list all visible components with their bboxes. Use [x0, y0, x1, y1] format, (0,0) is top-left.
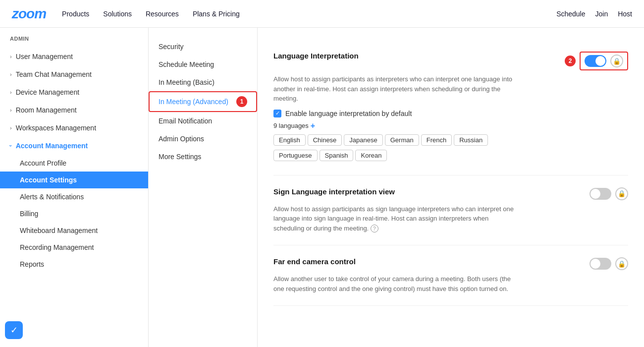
sidebar-item-device-management[interactable]: Device Management — [0, 83, 148, 101]
sidebar-sub-whiteboard[interactable]: Whiteboard Management — [0, 222, 148, 239]
info-icon[interactable]: ? — [371, 225, 378, 232]
sidebar-sub-account-settings[interactable]: Account Settings — [0, 172, 148, 188]
sidebar-label: Device Management — [16, 88, 79, 96]
setting-header: Sign Language interpretation view 🔒 — [273, 187, 628, 200]
nav-security[interactable]: Security — [149, 38, 257, 56]
sidebar-label: Account Management — [16, 142, 88, 150]
nav-more-settings[interactable]: More Settings — [149, 148, 257, 166]
admin-label: ADMIN — [0, 36, 148, 48]
nav-plans[interactable]: Plans & Pricing — [193, 10, 240, 18]
setting-header: Language Interpretation 2 🔒 — [273, 52, 628, 70]
sidebar-label: Workspaces Management — [16, 124, 96, 132]
camera-toggle[interactable] — [590, 258, 611, 270]
sidebar-item-user-management[interactable]: User Management — [0, 48, 148, 65]
lang-spanish: Spanish — [320, 150, 354, 161]
security-badge[interactable]: ✓ — [5, 321, 23, 339]
sidebar-label: Team Chat Management — [16, 70, 92, 78]
step-badge-1: 1 — [236, 96, 247, 107]
nav-label: In Meeting (Advanced) — [159, 98, 228, 106]
language-tags-row-1: English Chinese Japanese German French R… — [273, 134, 628, 146]
add-language-button[interactable]: + — [311, 121, 315, 130]
zoom-logo[interactable]: zoom — [12, 6, 46, 22]
lang-french: French — [421, 134, 452, 146]
lang-chinese: Chinese — [308, 134, 342, 146]
lang-english: English — [273, 134, 306, 146]
sidebar-item-room-management[interactable]: Room Management — [0, 101, 148, 119]
nav-right: Schedule Join Host — [556, 10, 632, 18]
lock-icon[interactable]: 🔒 — [615, 187, 628, 200]
main-content: Language Interpretation 2 🔒 Allow host t… — [258, 28, 644, 347]
sidebar-sub-recording[interactable]: Recording Management — [0, 239, 148, 256]
sidebar-item-team-chat[interactable]: Team Chat Management — [0, 65, 148, 83]
nav-in-meeting-advanced[interactable]: In Meeting (Advanced) 1 — [149, 91, 257, 112]
step-badge-2: 2 — [565, 56, 576, 66]
chevron-icon — [10, 125, 12, 131]
sidebar-label: User Management — [16, 53, 73, 60]
sidebar-item-workspaces[interactable]: Workspaces Management — [0, 119, 148, 137]
language-toggle[interactable] — [585, 55, 606, 67]
setting-desc: Allow another user to take control of yo… — [273, 274, 521, 293]
lang-german: German — [385, 134, 419, 146]
nav-in-meeting-basic[interactable]: In Meeting (Basic) — [149, 73, 257, 91]
chevron-icon — [10, 107, 12, 113]
lang-russian: Russian — [454, 134, 488, 146]
nav-schedule-meeting[interactable]: Schedule Meeting — [149, 56, 257, 73]
language-tags-row-2: Portuguese Spanish Korean — [273, 150, 628, 161]
languages-row: 9 languages + — [273, 121, 628, 130]
languages-count: 9 languages — [273, 122, 309, 129]
sidebar-sub-account-profile[interactable]: Account Profile — [0, 155, 148, 172]
sidebar-item-account-management[interactable]: › Account Management — [0, 137, 148, 155]
setting-language-interpretation: Language Interpretation 2 🔒 Allow host t… — [273, 40, 628, 175]
lock-icon[interactable]: 🔒 — [610, 55, 623, 67]
nav-products[interactable]: Products — [62, 10, 89, 18]
sign-language-toggle[interactable] — [590, 188, 611, 200]
chevron-icon — [10, 89, 12, 95]
setting-desc: Allow host to assign participants as sig… — [273, 204, 521, 233]
lock-icon[interactable]: 🔒 — [615, 257, 628, 270]
nav-solutions[interactable]: Solutions — [103, 10, 132, 18]
setting-title: Far end camera control — [273, 257, 356, 266]
toggle-group: 🔒 — [590, 187, 628, 200]
toggle-group: 🔒 — [590, 257, 628, 270]
top-nav: zoom Products Solutions Resources Plans … — [0, 0, 644, 28]
lang-japanese: Japanese — [344, 134, 382, 146]
nav-schedule[interactable]: Schedule — [556, 10, 585, 18]
setting-far-end-camera: Far end camera control 🔒 Allow another u… — [273, 245, 628, 306]
middle-nav: Security Schedule Meeting In Meeting (Ba… — [149, 28, 258, 347]
sidebar-label: Room Management — [16, 106, 77, 114]
chevron-icon — [10, 71, 12, 77]
setting-title: Sign Language interpretation view — [273, 187, 395, 196]
check-icon — [275, 110, 280, 116]
sidebar-sub-reports[interactable]: Reports — [0, 256, 148, 273]
chevron-icon — [10, 54, 12, 59]
sidebar: ADMIN User Management Team Chat Manageme… — [0, 28, 149, 347]
lang-korean: Korean — [355, 150, 387, 161]
nav-host[interactable]: Host — [618, 10, 632, 18]
nav-resources[interactable]: Resources — [146, 10, 179, 18]
main-layout: ADMIN User Management Team Chat Manageme… — [0, 28, 644, 347]
sidebar-sub-billing[interactable]: Billing — [0, 205, 148, 222]
lang-portuguese: Portuguese — [273, 150, 318, 161]
setting-title: Language Interpretation — [273, 52, 359, 60]
nav-links: Products Solutions Resources Plans & Pri… — [62, 10, 556, 18]
nav-email-notification[interactable]: Email Notification — [149, 112, 257, 130]
setting-sign-language: Sign Language interpretation view 🔒 Allo… — [273, 175, 628, 246]
setting-header: Far end camera control 🔒 — [273, 257, 628, 270]
enable-checkbox[interactable] — [273, 110, 281, 117]
nav-admin-options[interactable]: Admin Options — [149, 130, 257, 148]
checkbox-row: Enable language interpretation by defaul… — [273, 110, 628, 117]
toggle-group: 2 🔒 — [565, 52, 628, 70]
checkbox-label: Enable language interpretation by defaul… — [285, 110, 412, 117]
sidebar-sub-alerts[interactable]: Alerts & Notifications — [0, 188, 148, 205]
toggle-highlight-wrapper: 🔒 — [580, 52, 628, 70]
setting-desc: Allow host to assign participants as int… — [273, 74, 521, 104]
nav-join[interactable]: Join — [595, 10, 608, 18]
